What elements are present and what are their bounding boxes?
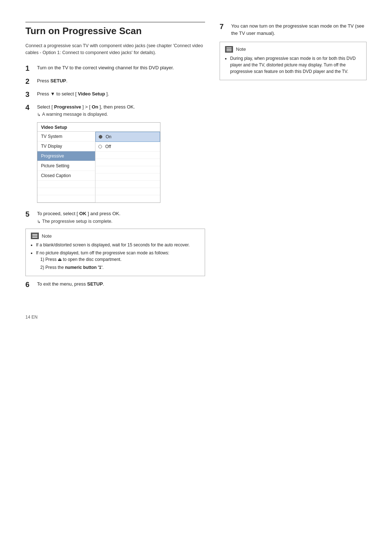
vs-row-empty-1 [37,181,95,188]
vs-off-label: Off [105,143,111,150]
vs-on-label: On [106,134,111,140]
step-5-after: ] and press OK. [86,211,121,216]
step-6-bold: SETUP [87,281,103,287]
step-4-after: ], then press OK. [98,104,135,110]
note-bullet-2: If no picture displayed, turn off the pr… [36,250,200,271]
note-sub-2-bold: numeric button '1' [65,265,102,270]
step-1-num: 1 [25,64,33,73]
step-4: 4 Select [ Progressive ] > [ On ], then … [25,103,205,118]
arrow-icon-2: ↳ [37,218,41,225]
step-2-content: Press SETUP. [37,77,68,85]
vs-row-empty-3 [37,195,95,202]
note-icon-line-r2 [226,49,232,50]
step-6-num: 6 [25,280,33,289]
note-sub-2: 2) Press the numeric button '1'. [40,264,200,271]
step-4-sub-text: A warning message is displayed. [42,111,108,118]
vs-row-tv-display: TV Display [37,142,95,151]
step-3-after: ]. [105,91,109,97]
vs-right-empty-5 [95,181,160,188]
note-icon-line-r3 [226,50,232,51]
step-5-sub-text: The progressive setup is complete. [42,218,113,225]
video-setup-header: Video Setup [37,123,160,132]
video-setup-table: Video Setup TV System TV Display Progres… [37,122,160,203]
note-box-right: Note During play, when progressive scan … [220,42,367,80]
vs-row-closed-caption: Closed Caption [37,171,95,181]
step-3-num: 3 [25,90,33,99]
note-icon-line-r1 [226,48,232,48]
right-column: 7 You can now turn on the progressive sc… [220,22,367,293]
step-5-num: 5 [25,209,33,219]
step-2: 2 Press SETUP. [25,77,205,86]
note-list-right: During play, when progressive scan mode … [225,55,361,75]
vs-right-off: Off [95,142,160,152]
note-sub-1: 1) Press ⏏ to open the disc compartment. [40,256,200,263]
step-7-num: 7 [220,22,228,31]
note-list-left: If a blank/distorted screen is displayed… [31,242,200,271]
vs-row-picture-setting: Picture Setting [37,161,95,171]
step-7-content: You can now turn on the progressive scan… [231,22,367,37]
step-2-bold: SETUP [50,78,66,83]
step-2-after: . [66,78,68,83]
step-1: 1 Turn on the TV to the correct viewing … [25,64,205,73]
page-title: Turn on Progressive Scan [25,22,205,37]
note-icon-line-3 [32,237,37,238]
page-layout: Turn on Progressive Scan Connect a progr… [25,22,367,293]
step-1-content: Turn on the TV to the correct viewing ch… [37,64,174,71]
vs-right-empty-3 [95,166,160,173]
step-4-middle: ] > [ [81,104,91,110]
vs-right-empty-4 [95,173,160,181]
step-3-content: Press ▼ to select [ Video Setup ]. [37,90,109,98]
step-4-num: 4 [25,103,33,112]
step-2-num: 2 [25,77,33,86]
vs-right-empty-2 [95,159,160,166]
note-bullet-1: If a blank/distorted screen is displayed… [36,242,200,248]
arrow-icon: ↳ [37,111,41,118]
vs-right-empty-6 [95,188,160,195]
step-6: 6 To exit the menu, press SETUP. [25,280,205,289]
step-5: 5 To proceed, select [ OK ] and press OK… [25,209,205,225]
step-3: 3 Press ▼ to select [ Video Setup ]. [25,90,205,99]
page-footer: 14 EN [25,315,367,320]
radio-off-icon [98,145,102,148]
step-4-bold2: On [92,104,98,110]
intro-text: Connect a progressive scan TV with compo… [25,42,205,56]
vs-left-col: TV System TV Display Progressive Picture… [37,132,95,202]
note-icon-right [225,46,233,53]
radio-on-icon [99,135,102,139]
step-5-content: To proceed, select [ OK ] and press OK. … [37,209,121,225]
note-box-left: Note If a blank/distorted screen is disp… [25,229,205,276]
vs-row-tv-system: TV System [37,132,95,142]
step-4-bold1: Progressive [54,104,81,110]
note-icon-left [31,233,39,239]
note-icon-line-2 [32,235,37,236]
note-sub-list: 1) Press ⏏ to open the disc compartment.… [36,256,200,271]
vs-row-progressive: Progressive [37,151,95,161]
vs-right-on: On [95,132,160,142]
note-label-right: Note [236,46,246,53]
note-right-bullet-1: During play, when progressive scan mode … [230,55,361,75]
step-3-bold: Video Setup [78,91,105,97]
step-6-content: To exit the menu, press SETUP. [37,280,104,288]
step-5-sub: ↳ The progressive setup is complete. [37,218,121,225]
step-7: 7 You can now turn on the progressive sc… [220,22,367,37]
vs-row-empty-2 [37,188,95,195]
left-column: Turn on Progressive Scan Connect a progr… [25,22,205,293]
step-4-content: Select [ Progressive ] > [ On ], then pr… [37,103,135,118]
vs-right-col: On Off [95,132,160,202]
step-5-bold: OK [79,211,86,216]
note-header-right: Note [225,46,361,53]
video-setup-body: TV System TV Display Progressive Picture… [37,132,160,202]
note-label-left: Note [42,233,52,240]
step-4-sub: ↳ A warning message is displayed. [37,111,135,118]
note-icon-line-1 [32,234,37,235]
note-header-left: Note [31,233,200,240]
vs-right-empty-1 [95,152,160,159]
step-6-after: . [103,281,104,287]
